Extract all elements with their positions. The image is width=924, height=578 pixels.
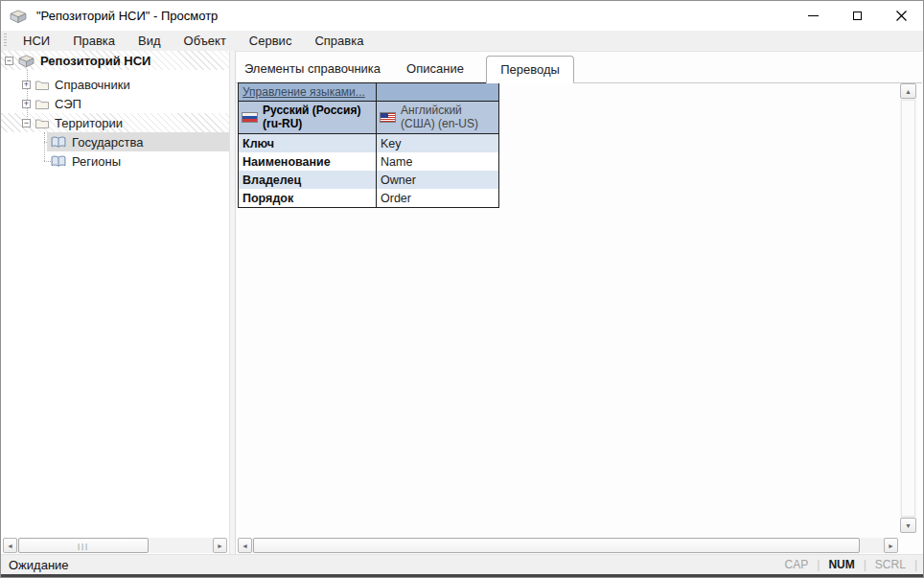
menu-nsi[interactable]: НСИ (12, 31, 61, 51)
tree-item-label: Справочники (55, 78, 130, 92)
expand-expander-icon[interactable]: + (22, 100, 31, 108)
header-empty-cell (377, 83, 498, 101)
tab-strip: Элементы справочника Описание Переводы (236, 53, 922, 83)
translation-value: Owner (381, 173, 416, 187)
tree-item-repository-root[interactable]: − Репозиторий НСИ (1, 51, 229, 70)
close-icon (896, 11, 907, 21)
detail-panel: Элементы справочника Описание Переводы У… (236, 51, 922, 555)
flag-ru-icon (242, 112, 258, 123)
status-message: Ожидание (9, 558, 69, 572)
minimize-button[interactable] (791, 1, 835, 31)
tab-label: Переводы (500, 62, 560, 77)
scrollbar-thumb[interactable]: ||| (18, 538, 149, 553)
book-icon (51, 136, 66, 149)
attribute-key-label: Наименование (243, 155, 331, 169)
tree-horizontal-scrollbar[interactable]: ◄ ||| ► (3, 538, 227, 553)
translation-value: Key (381, 137, 402, 150)
table-header-row: Управление языками... (239, 83, 498, 102)
table-row: Наименование Name (239, 152, 498, 171)
translation-cell[interactable]: Name (377, 152, 498, 171)
language-label: Английский (США) (en-US) (401, 104, 496, 131)
repository-box-icon (18, 54, 35, 68)
manage-languages-link[interactable]: Управление языками... (243, 85, 365, 99)
manage-languages-cell: Управление языками... (239, 83, 377, 101)
caps-lock-indicator: CAP (785, 558, 809, 571)
language-header-row: Русский (Россия) (ru-RU) Английский (США… (239, 102, 498, 134)
translation-value: Name (381, 155, 412, 169)
tab-label: Элементы справочника (244, 61, 381, 76)
menu-edit[interactable]: Правка (61, 31, 127, 51)
tree-item-label: СЭП (55, 97, 81, 111)
indicator-separator: | (864, 558, 866, 571)
indicator-separator: | (914, 558, 917, 571)
menu-help[interactable]: Справка (303, 31, 375, 51)
translation-cell[interactable]: Owner (377, 171, 498, 189)
tab-label: Описание (406, 61, 464, 76)
toolbar-grip-icon[interactable] (4, 34, 7, 48)
folder-icon (35, 99, 49, 109)
maximize-icon (853, 12, 862, 20)
menu-service[interactable]: Сервис (238, 31, 304, 51)
tree-item-label: Государства (72, 135, 143, 150)
window-bottom-border (1, 574, 923, 577)
translation-cell[interactable]: Key (377, 134, 498, 152)
app-box-icon[interactable] (10, 9, 27, 24)
panel-splitter[interactable] (229, 51, 236, 555)
scroll-right-icon[interactable]: ► (213, 538, 227, 553)
language-column-english[interactable]: Английский (США) (en-US) (377, 102, 498, 133)
app-window: "Репозиторий НСИ" - Просмотр НСИ Правка … (0, 0, 924, 578)
scroll-left-icon[interactable]: ◄ (238, 538, 252, 553)
detail-vertical-scrollbar[interactable]: ▲ ▼ (900, 83, 916, 533)
folder-icon (35, 80, 49, 90)
status-bar: Ожидание CAP | NUM | SCRL | (1, 554, 923, 574)
maximize-button[interactable] (835, 1, 879, 31)
attribute-key-label: Ключ (243, 137, 274, 150)
expand-expander-icon[interactable]: + (22, 81, 31, 89)
tree-panel: − Репозиторий НСИ + Справочники + (1, 51, 229, 555)
menu-object[interactable]: Объект (173, 31, 238, 51)
scroll-left-icon[interactable]: ◄ (3, 538, 17, 553)
window-title: "Репозиторий НСИ" - Просмотр (36, 9, 218, 23)
keyboard-state-indicators: CAP | NUM | SCRL | (785, 558, 917, 571)
tree-item-territories[interactable]: − Территории (1, 113, 229, 132)
table-row: Ключ Key (239, 134, 498, 152)
table-row: Порядок Order (239, 189, 498, 207)
flag-us-icon (380, 112, 396, 123)
tree-item-label: Территории (55, 116, 123, 130)
menu-view[interactable]: Вид (127, 31, 173, 51)
tab-description[interactable]: Описание (389, 55, 481, 82)
scroll-lock-indicator: SCRL (875, 558, 906, 571)
language-label: Русский (Россия) (ru-RU) (263, 104, 373, 131)
menu-bar: НСИ Правка Вид Объект Сервис Справка (1, 31, 923, 51)
translation-cell[interactable]: Order (377, 189, 498, 207)
num-lock-indicator: NUM (828, 558, 854, 571)
tab-dictionary-elements[interactable]: Элементы справочника (236, 55, 389, 82)
tree-item-regions[interactable]: Регионы (1, 151, 229, 171)
attribute-key-label: Владелец (243, 173, 301, 187)
folder-icon (35, 118, 49, 128)
close-button[interactable] (879, 1, 923, 31)
tree-item-sep[interactable]: + СЭП (1, 94, 229, 113)
scrollbar-thumb[interactable] (253, 538, 860, 553)
tree-item-label: Репозиторий НСИ (40, 54, 150, 68)
tab-translations[interactable]: Переводы (486, 56, 574, 83)
scroll-right-icon[interactable]: ► (884, 538, 898, 553)
book-icon (51, 155, 66, 168)
scroll-down-icon[interactable]: ▼ (900, 518, 916, 533)
tree-item-label: Регионы (72, 154, 121, 169)
scrollbar-thumb[interactable] (901, 100, 915, 517)
scroll-up-icon[interactable]: ▲ (900, 83, 916, 99)
language-column-russian[interactable]: Русский (Россия) (ru-RU) (239, 102, 377, 133)
title-bar: "Репозиторий НСИ" - Просмотр (1, 1, 923, 31)
tree-item-states-selected[interactable]: Государства (1, 132, 229, 151)
collapse-expander-icon[interactable]: − (22, 119, 31, 127)
attribute-key-label: Порядок (243, 192, 293, 205)
tree-item-directories[interactable]: + Справочники (1, 75, 229, 94)
table-row: Владелец Owner (239, 171, 498, 189)
detail-horizontal-scrollbar[interactable]: ◄ ► (238, 538, 898, 553)
indicator-separator: | (817, 558, 820, 571)
translations-table: Управление языками... Русский (Россия) (… (238, 82, 499, 208)
collapse-expander-icon[interactable]: − (5, 57, 13, 65)
repository-tree: − Репозиторий НСИ + Справочники + (1, 51, 229, 537)
translation-value: Order (381, 192, 411, 205)
